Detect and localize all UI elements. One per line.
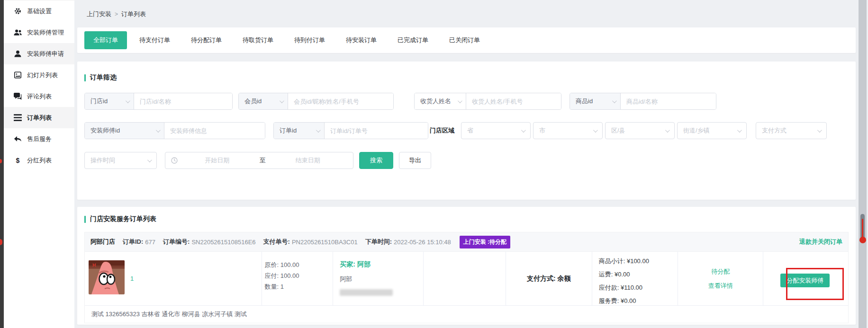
sidebar-item-comment-list[interactable]: 评论列表	[4, 86, 74, 107]
product-id-select[interactable]: 商品id	[570, 93, 621, 109]
sidebar-item-order-list[interactable]: 订单列表	[4, 107, 74, 128]
order-header: 阿部门店 订单ID: 677 订单编号: SN22052615108516E6 …	[84, 232, 849, 252]
action-cell: 分配安装师傅	[763, 252, 848, 305]
installer-search-input[interactable]	[164, 123, 265, 139]
pending-assignment-link[interactable]: 待分配	[711, 267, 730, 276]
status-badge: 上门安装 :待分配	[460, 236, 510, 248]
pay-method-select[interactable]: 支付方式	[756, 122, 827, 139]
dollar-icon: $	[14, 157, 22, 164]
sidebar-item-label: 安装师傅管理	[27, 28, 64, 37]
title-accent-bar	[84, 74, 86, 81]
sidebar-item-slideshow-list[interactable]: 幻灯片列表	[4, 64, 74, 86]
order-search-input[interactable]	[325, 123, 428, 139]
sidebar-item-basic-settings[interactable]: 基础设置	[4, 0, 74, 22]
buyer-cell: 买家: 阿部 阿部	[333, 252, 424, 305]
member-search-input[interactable]	[288, 93, 393, 109]
installer-id-select[interactable]: 安装师傅id	[85, 123, 164, 139]
export-button[interactable]: 导出	[399, 152, 431, 169]
order-address: 测试 1326565323 吉林省 通化市 柳河县 凉水河子镇 测试	[84, 305, 849, 323]
operation-time-select[interactable]: 操作时间	[84, 152, 157, 169]
empty-cell	[424, 252, 506, 305]
refund-close-link[interactable]: 退款并关闭订单	[799, 238, 842, 246]
breadcrumb: 上门安装 > 订单列表	[87, 10, 146, 18]
breadcrumb-parent[interactable]: 上门安装	[87, 10, 111, 18]
left-edge-strip	[0, 0, 4, 328]
order-number-value: SN22052615108516E6	[191, 239, 255, 246]
comment-icon	[14, 93, 22, 100]
order-filter-panel: 订单筛选 门店id 会员id 收货人姓名	[77, 62, 856, 200]
province-select[interactable]: 省	[461, 122, 531, 139]
product-image	[89, 260, 125, 294]
sidebar-item-installer-application[interactable]: 安装师傅申请	[4, 43, 74, 64]
sidebar-item-label: 订单列表	[27, 114, 52, 122]
payment-number-value: PN2205261510BA3C01	[292, 239, 358, 246]
order-list-panel: 门店安装服务订单列表 阿部门店 订单ID: 677 订单编号: SN220526…	[77, 207, 856, 325]
date-end-placeholder: 结束日期	[269, 156, 348, 165]
order-id-select[interactable]: 订单id	[274, 123, 325, 139]
amount-due-value: ¥110.00	[621, 284, 642, 291]
reply-icon	[14, 135, 22, 142]
filter-row-1: 门店id 会员id 收货人姓名	[84, 93, 849, 110]
sidebar: 基础设置 安装师傅管理 安装师傅申请 幻灯片列表 评论列表	[4, 0, 74, 328]
buyer-phone-redacted	[340, 289, 393, 296]
assign-installer-button[interactable]: 分配安装师傅	[780, 274, 830, 287]
sidebar-item-label: 评论列表	[27, 92, 52, 101]
date-to-label: 至	[257, 156, 269, 165]
buyer-title: 买家: 阿部	[340, 260, 423, 269]
chevron-down-icon	[126, 98, 130, 103]
sidebar-item-installer-management[interactable]: 安装师傅管理	[4, 22, 74, 43]
order-row: 1 原价: 100.00 应付: 100.00 数量: 1 买家: 阿部 阿部	[84, 252, 849, 305]
breadcrumb-separator: >	[115, 11, 118, 18]
district-select[interactable]: 区/县	[605, 122, 675, 139]
street-select[interactable]: 街道/乡镇	[677, 122, 747, 139]
payment-method-value: 余额	[558, 275, 571, 282]
product-search-input[interactable]	[621, 93, 716, 109]
breadcrumb-current: 订单列表	[121, 10, 146, 18]
city-select[interactable]: 市	[533, 122, 603, 139]
member-id-select[interactable]: 会员id	[239, 93, 288, 109]
tab-pending-pickup[interactable]: 待取货订单	[243, 36, 273, 44]
receiver-name-select[interactable]: 收货人姓名	[415, 93, 466, 109]
store-id-select[interactable]: 门店id	[85, 93, 134, 109]
tab-pay-on-delivery[interactable]: 待到付订单	[294, 36, 325, 44]
date-range-picker[interactable]: 开始日期 至 结束日期	[165, 152, 353, 169]
image-icon	[14, 71, 22, 79]
chevron-down-icon	[665, 128, 670, 133]
sidebar-item-after-sales[interactable]: 售后服务	[4, 128, 74, 150]
user-icon	[14, 50, 22, 57]
tab-all-orders[interactable]: 全部订单	[84, 31, 127, 49]
chevron-down-icon	[521, 128, 526, 133]
chevron-down-icon	[817, 128, 822, 133]
chevron-down-icon	[280, 98, 284, 103]
order-id-filter-group: 订单id	[273, 122, 428, 139]
store-search-input[interactable]	[134, 93, 232, 109]
tab-completed[interactable]: 已完成订单	[398, 36, 428, 44]
search-button[interactable]: 搜索	[359, 152, 393, 169]
tab-pending-payment[interactable]: 待支付订单	[139, 36, 170, 44]
store-area-label: 门店区域	[430, 122, 454, 139]
tab-closed[interactable]: 已关闭订单	[449, 36, 480, 44]
product-filter-group: 商品id	[570, 93, 716, 110]
installer-filter-group: 安装师傅id	[84, 122, 265, 139]
chevron-down-icon	[737, 128, 742, 133]
red-marker-dot	[859, 237, 866, 243]
tab-pending-installation[interactable]: 待安装订单	[346, 36, 377, 44]
list-icon	[14, 114, 22, 121]
order-block: 阿部门店 订单ID: 677 订单编号: SN22052615108516E6 …	[84, 232, 849, 323]
status-cell: 待分配 查看详情	[678, 252, 763, 305]
product-quantity: 1	[130, 252, 134, 305]
filter-row-2: 安装师傅id 订单id 门店区域 省 市 区/	[84, 122, 849, 139]
quantity-value: 1	[280, 283, 284, 290]
chevron-down-icon	[147, 158, 152, 162]
main-content: 上门安装 > 订单列表 全部订单 待支付订单 待分配订单 待取货订单 待到付订单…	[77, 0, 856, 328]
receiver-filter-group: 收货人姓名	[414, 93, 561, 110]
receiver-search-input[interactable]	[466, 93, 561, 109]
buyer-name: 阿部	[340, 275, 423, 284]
shipping-value: ¥0.00	[615, 271, 630, 278]
tab-pending-assignment[interactable]: 待分配订单	[191, 36, 222, 44]
sidebar-item-dividend-list[interactable]: $ 分红列表	[4, 150, 74, 171]
scrollbar-track[interactable]	[859, 0, 867, 328]
view-details-link[interactable]: 查看详情	[708, 282, 733, 290]
chevron-down-icon	[156, 128, 161, 133]
chevron-down-icon	[593, 128, 598, 133]
